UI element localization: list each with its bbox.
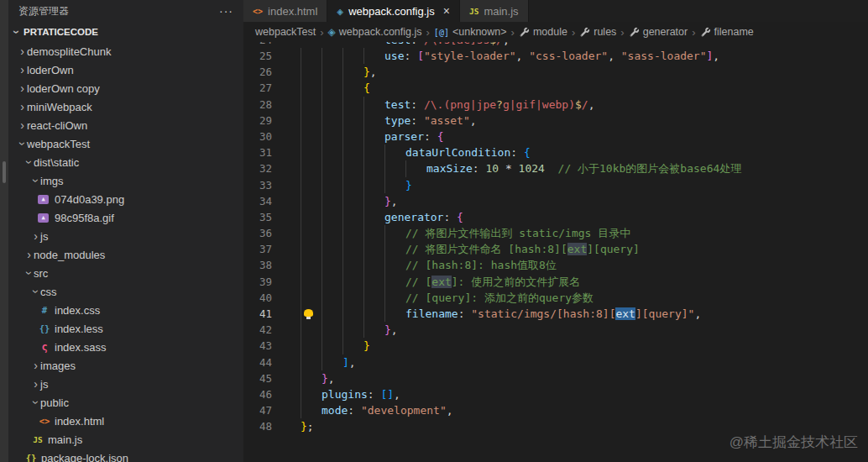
tree-item-main-js[interactable]: JSmain.js: [8, 430, 243, 449]
tree-item-label: index.css: [55, 304, 100, 317]
tree-item-loderown[interactable]: ›loderOwn: [8, 60, 243, 79]
breadcrumb-label: webpack.config.js: [339, 26, 422, 38]
close-icon[interactable]: ×: [443, 4, 450, 18]
code-line-33[interactable]: 33}: [243, 177, 868, 193]
breadcrumb-item-rules[interactable]: rules: [579, 26, 616, 38]
code-line-40[interactable]: 40// [query]: 添加之前的query参数: [243, 290, 868, 306]
tree-item-images[interactable]: ›images: [8, 356, 243, 375]
code-line-37[interactable]: 37// 将图片文件命名 [hash:8][ext][query]: [243, 241, 868, 257]
tree-item-src[interactable]: ›src: [8, 264, 243, 282]
tree-item-label: public: [40, 396, 69, 409]
code-line-32[interactable]: 32maxSize: 10 * 1024 // 小于10kb的图片会被base6…: [243, 160, 868, 176]
line-number: 28: [243, 97, 272, 113]
tree-item-imgs[interactable]: ›imgs: [8, 171, 243, 190]
breadcrumb-item-unknown[interactable]: [@]<unknown>: [434, 26, 507, 38]
js-icon: JS: [469, 7, 478, 16]
sass-file-icon: ς: [38, 341, 51, 353]
explorer-title: 资源管理器: [18, 4, 69, 18]
code-line-28[interactable]: 28test: /\.(png|jpe?g|gif|webp)$/,: [243, 97, 868, 113]
tree-item-label: index.less: [55, 323, 103, 335]
explorer-sidebar: 资源管理器 ··· › PRTATICECODE ›demospliteChun…: [8, 0, 243, 462]
tree-item-node-modules[interactable]: ›node_modules: [8, 245, 243, 264]
webpack-icon: ◈: [328, 26, 336, 38]
line-number: 44: [243, 354, 272, 370]
tree-item-label: dist\static: [34, 156, 79, 169]
code-line-44[interactable]: 44],: [243, 354, 868, 370]
image-file-icon: ▲: [38, 213, 49, 223]
code-line-41[interactable]: 41filename: "static/imgs/[hash:8][ext][q…: [243, 306, 868, 322]
code-line-38[interactable]: 38// [hash:8]: hash值取8位: [243, 257, 868, 273]
code-line-26[interactable]: 26},: [243, 64, 868, 80]
chevron-right-icon: ›: [18, 45, 27, 57]
breadcrumb-item-module[interactable]: module: [519, 26, 567, 38]
code-line-25[interactable]: 25use: ["style-loader", "css-loader", "s…: [243, 48, 868, 64]
code-line-39[interactable]: 39// [ext]: 使用之前的文件扩展名: [243, 274, 868, 290]
tree-item-css[interactable]: ›css: [8, 282, 243, 301]
tree-item-index-css[interactable]: #index.css: [8, 301, 243, 319]
tree-item-label: miniWebpack: [27, 101, 92, 113]
tree-item-js[interactable]: ›js: [8, 375, 243, 393]
tree-item-webpacktest[interactable]: ›webpackTest: [8, 134, 243, 153]
code-line-text: mode: "development",: [301, 402, 453, 418]
tree-item-miniwebpack[interactable]: ›miniWebpack: [8, 97, 243, 116]
breadcrumb-item-webpacktest[interactable]: webpackTest: [255, 26, 316, 38]
line-number: 40: [243, 290, 272, 306]
tree-item-react-cliown[interactable]: ›react-cliOwn: [8, 116, 243, 134]
code-line-29[interactable]: 29type: "asset",: [243, 113, 868, 129]
code-line-text: },: [301, 193, 398, 209]
code-line-42[interactable]: 42},: [243, 322, 868, 338]
tree-item-074d0a39-png[interactable]: ▲074d0a39.png: [8, 190, 243, 208]
tree-item-dist-static[interactable]: ›dist\static: [8, 153, 243, 171]
code-line-text: test: /\.(png|jpe?g|gif|webp)$/,: [301, 97, 594, 113]
line-number: 24: [243, 42, 272, 48]
code-line-47[interactable]: 47mode: "development",: [243, 402, 868, 418]
code-line-45[interactable]: 45},: [243, 370, 868, 386]
line-number: 25: [243, 48, 272, 64]
tab-index-html[interactable]: <>index.html: [243, 0, 327, 22]
code-line-24[interactable]: 24test: /\.s[ac]ss$/,: [243, 42, 868, 48]
tree-item-loderown-copy[interactable]: ›loderOwn copy: [8, 79, 243, 97]
line-number: 47: [243, 402, 272, 418]
code-line-46[interactable]: 46plugins: [],: [243, 386, 868, 402]
tree-item-package-lock-json[interactable]: {}package-lock.json: [8, 449, 243, 462]
wrench-icon: [579, 27, 590, 38]
sidebar-section-header[interactable]: › PRTATICECODE: [8, 22, 243, 42]
chevron-right-icon: ›: [24, 249, 34, 260]
code-line-43[interactable]: 43}: [243, 338, 868, 354]
code-editor[interactable]: 24test: /\.s[ac]ss$/,25use: ["style-load…: [243, 42, 868, 462]
chevron-right-icon: ›: [18, 82, 27, 94]
tree-item-js[interactable]: ›js: [8, 227, 243, 245]
code-line-text: plugins: [],: [301, 386, 400, 402]
breadcrumb-label: rules: [593, 26, 616, 38]
code-line-34[interactable]: 34},: [243, 193, 868, 209]
code-line-text: parser: {: [301, 129, 443, 144]
breadcrumb-item-generator[interactable]: generator: [629, 26, 688, 38]
breadcrumb-item-webpack-config-js[interactable]: ◈webpack.config.js: [328, 26, 422, 38]
line-number: 26: [243, 64, 272, 80]
code-line-31[interactable]: 31dataUrlCondition: {: [243, 144, 868, 160]
code-line-text: // 将图片文件输出到 static/imgs 目录中: [301, 225, 630, 241]
tab-webpack-config-js[interactable]: ◈webpack.config.js×: [327, 0, 460, 22]
code-line-30[interactable]: 30parser: {: [243, 129, 868, 144]
code-line-text: // [ext]: 使用之前的文件扩展名: [301, 274, 580, 290]
tree-item-index-sass[interactable]: ςindex.sass: [8, 338, 243, 356]
tab-main-js[interactable]: JSmain.js: [460, 0, 529, 22]
tree-item-label: demospliteChunk: [27, 45, 111, 58]
code-line-36[interactable]: 36// 将图片文件输出到 static/imgs 目录中: [243, 225, 868, 241]
tree-item-label: js: [40, 378, 48, 391]
code-line-text: maxSize: 10 * 1024 // 小于10kb的图片会被base64处…: [301, 160, 741, 176]
chevron-down-icon: ›: [17, 139, 29, 149]
code-line-35[interactable]: 35generator: {: [243, 209, 868, 225]
tree-item-index-html[interactable]: <>index.html: [8, 412, 243, 430]
tree-item-demosplitechunk[interactable]: ›demospliteChunk: [8, 42, 243, 60]
breadcrumb-item-filename[interactable]: filename: [700, 26, 754, 38]
chevron-down-icon: ›: [30, 287, 42, 297]
code-line-27[interactable]: 27{: [243, 80, 868, 96]
more-actions-icon[interactable]: ···: [219, 4, 233, 18]
tree-item-index-less[interactable]: {}index.less: [8, 319, 243, 338]
chevron-down-icon: ›: [30, 398, 42, 407]
line-number: 43: [243, 338, 272, 354]
tab-label: webpack.config.js: [348, 5, 435, 18]
tree-item-98c95f8a-gif[interactable]: ▲98c95f8a.gif: [8, 208, 243, 227]
tree-item-public[interactable]: ›public: [8, 393, 243, 412]
